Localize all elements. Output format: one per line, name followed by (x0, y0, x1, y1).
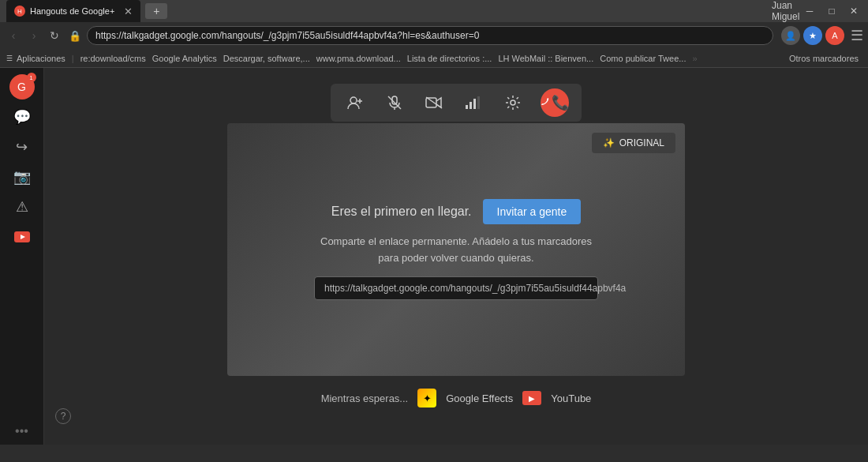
adblock-button[interactable]: A (825, 26, 844, 45)
bookmark-pma-label: www.pma.download... (316, 54, 401, 63)
notification-badge: 1 (27, 73, 36, 82)
bookmark-webmail-label: LH WebMail :: Bienven... (498, 54, 593, 63)
bookmark-redownload-label: re:download/cms (80, 54, 146, 63)
google-effects-label[interactable]: Google Effects (446, 393, 513, 404)
main-area: G 1 💬 ↪ 📷 ⚠ ••• (0, 68, 868, 445)
bookmark-analytics-label: Google Analytics (152, 54, 217, 63)
svg-rect-12 (473, 99, 476, 109)
signal-button[interactable] (462, 91, 485, 115)
bookmark-apps-icon: ☰ (5, 54, 14, 63)
sidebar-more[interactable]: ••• (15, 424, 28, 438)
avatar[interactable]: G 1 (9, 74, 35, 100)
google-effects-icon: ✦ (417, 389, 436, 408)
extensions-area: 👤 ★ A (781, 26, 844, 45)
window-user: Juan Miguel (772, 0, 788, 22)
lock-icon: 🔒 (69, 30, 81, 42)
address-bar[interactable]: https://talkgadget.google.com/hangouts/_… (87, 26, 773, 45)
window-controls: Juan Miguel ─ □ ✕ (772, 0, 862, 22)
bookmark-sep2: » (692, 54, 697, 63)
sidebar-item-warning[interactable]: ⚠ (9, 194, 35, 220)
bookmark-descargar[interactable]: Descargar, software,... (223, 54, 310, 63)
active-tab[interactable]: H Hangouts de Google+ ✕ (6, 0, 140, 22)
minimize-button[interactable]: ─ (802, 6, 817, 17)
mute-video-button[interactable] (422, 91, 446, 115)
first-arrive-row: Eres el primero en llegar. Invitar a gen… (331, 199, 582, 224)
bookmark-pma[interactable]: www.pma.download... (316, 54, 401, 63)
invite-button[interactable]: Invitar a gente (483, 199, 582, 224)
svg-rect-11 (470, 102, 472, 109)
tab-close-button[interactable]: ✕ (124, 6, 133, 17)
svg-rect-10 (466, 105, 468, 109)
sidebar-item-camera[interactable]: 📷 (9, 164, 35, 190)
ext1-button[interactable]: ★ (803, 26, 822, 45)
bookmark-tweet-label: Como publicar Twee... (600, 54, 686, 63)
other-bookmarks[interactable]: Otros marcadores (784, 52, 863, 65)
maximize-button[interactable]: □ (824, 6, 840, 17)
close-button[interactable]: ✕ (846, 6, 862, 17)
back-button[interactable]: ‹ (5, 27, 22, 44)
bookmark-analytics[interactable]: Google Analytics (152, 54, 217, 63)
video-area: ✨ ORIGINAL Eres el primero en llegar. In… (227, 123, 685, 376)
settings-button[interactable] (501, 91, 525, 115)
bookmark-sep1: | (72, 54, 74, 63)
tab-title: Hangouts de Google+ (30, 6, 114, 16)
svg-point-14 (511, 100, 515, 105)
nav-bar: ‹ › ↻ 🔒 https://talkgadget.google.com/ha… (0, 22, 868, 49)
while-waiting-text: Mientras esperas... (321, 393, 409, 404)
bookmark-descargar-label: Descargar, software,... (223, 54, 310, 63)
mute-mic-button[interactable] (383, 91, 406, 115)
forward-button[interactable]: › (25, 27, 43, 44)
bookmark-lista-label: Lista de directorios :... (407, 54, 492, 63)
address-text: https://talkgadget.google.com/hangouts/_… (95, 30, 479, 41)
sidebar: G 1 💬 ↪ 📷 ⚠ ••• (0, 68, 44, 445)
new-tab-button[interactable]: + (145, 3, 167, 19)
bookmark-redownload[interactable]: re:download/cms (80, 54, 146, 63)
title-bar: H Hangouts de Google+ ✕ + Juan Miguel ─ … (0, 0, 868, 22)
profile-button[interactable]: 👤 (781, 26, 800, 45)
share-heading: Comparte el enlace permanente. Añádelo a… (320, 234, 592, 267)
share-link-box[interactable]: https://talkgadget.google.com/hangouts/_… (314, 276, 598, 300)
bookmark-tweet[interactable]: Como publicar Twee... (600, 54, 686, 63)
bookmark-apps-label: Aplicaciones (17, 54, 65, 63)
sidebar-item-chat[interactable]: 💬 (9, 104, 35, 130)
content-pane: 📞 ✨ ORIGINAL Eres el primero en llegar. … (44, 68, 868, 445)
browser-frame: H Hangouts de Google+ ✕ + Juan Miguel ─ … (0, 0, 868, 462)
help-button[interactable]: ? (55, 408, 71, 424)
bottom-status-bar (0, 445, 868, 462)
add-person-button[interactable] (343, 91, 367, 115)
svg-rect-13 (477, 96, 480, 109)
original-icon: ✨ (603, 137, 615, 148)
other-bookmarks-label: Otros marcadores (789, 54, 859, 63)
tab-favicon: H (14, 6, 25, 17)
original-label: ORIGINAL (619, 137, 664, 148)
original-button[interactable]: ✨ ORIGINAL (592, 133, 675, 153)
menu-button[interactable]: ☰ (851, 27, 863, 44)
youtube-icon: ▶ (522, 391, 541, 405)
first-arrive-content: Eres el primero en llegar. Invitar a gen… (314, 199, 598, 300)
call-toolbar: 📞 (331, 84, 582, 122)
bookmark-webmail[interactable]: LH WebMail :: Bienven... (498, 54, 593, 63)
sidebar-item-share[interactable]: ↪ (9, 134, 35, 160)
youtube-label[interactable]: YouTube (551, 393, 591, 404)
svg-point-2 (350, 97, 357, 103)
bookmark-apps[interactable]: ☰ Aplicaciones (5, 54, 65, 63)
first-arrive-text: Eres el primero en llegar. (331, 205, 472, 219)
sidebar-item-youtube[interactable] (9, 224, 35, 250)
bookmarks-bar: ☰ Aplicaciones | re:download/cms Google … (0, 49, 868, 68)
while-waiting-area: Mientras esperas... ✦ Google Effects ▶ Y… (321, 389, 592, 408)
reload-button[interactable]: ↻ (46, 27, 63, 44)
bookmark-lista[interactable]: Lista de directorios :... (407, 54, 492, 63)
end-call-button[interactable]: 📞 (541, 88, 569, 117)
